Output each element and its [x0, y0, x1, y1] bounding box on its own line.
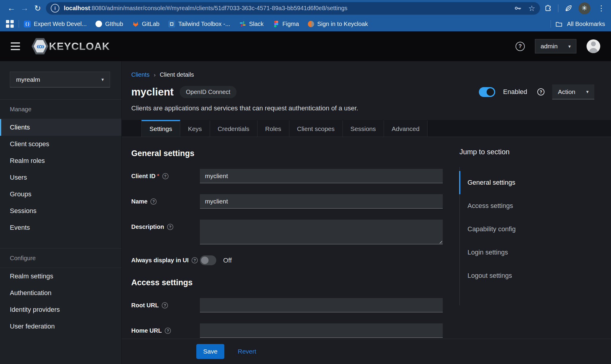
browser-toolbar: ← → ↻ i localhost:8080/admin/master/cons… — [0, 0, 611, 16]
jump-item-capability-config[interactable]: Capability config — [459, 218, 591, 241]
description-textarea[interactable] — [200, 220, 443, 244]
description-label: Description ? — [131, 220, 200, 244]
page-header: Clients › Client details myclient OpenID… — [122, 61, 611, 120]
settings-panel: General settings Client ID * ? Name ? — [122, 137, 611, 364]
back-icon[interactable]: ← — [5, 2, 18, 15]
tab-client-scopes[interactable]: Client scopes — [289, 120, 343, 137]
sidebar-section-label: Configure — [0, 248, 121, 268]
bookmark-sign-in-to-keycloak[interactable]: Sign in to Keycloak — [308, 21, 368, 27]
sidebar-item-realm-roles[interactable]: Realm roles — [0, 152, 121, 169]
root-url-help-icon[interactable]: ? — [162, 302, 168, 309]
jump-item-logout-settings[interactable]: Logout settings — [459, 264, 591, 287]
keycloak-logo-icon: «» — [32, 38, 48, 55]
bookmark-figma[interactable]: Figma — [273, 21, 299, 27]
tab-keys[interactable]: Keys — [180, 120, 210, 137]
keycloak-brand[interactable]: «» KEYCLOAK — [32, 38, 110, 55]
site-info-icon[interactable]: i — [51, 4, 59, 13]
sidebar: myrealm ▾ ManageClientsClient scopesReal… — [0, 61, 122, 364]
sidebar-section-label: Manage — [0, 99, 121, 119]
hamburger-menu-icon[interactable] — [11, 40, 24, 52]
revert-link[interactable]: Revert — [238, 348, 256, 355]
help-icon[interactable]: ? — [516, 42, 525, 51]
tab-sessions[interactable]: Sessions — [343, 120, 384, 137]
chevron-down-icon: ▾ — [568, 44, 571, 49]
bookmark-label: Figma — [283, 21, 299, 27]
main-content: Clients › Client details myclient OpenID… — [122, 61, 611, 364]
bookmark-slack[interactable]: Slack — [239, 21, 264, 27]
name-input[interactable] — [200, 194, 443, 209]
always-display-toggle[interactable] — [200, 255, 216, 265]
masthead: «» KEYCLOAK ? admin ▾ — [0, 31, 611, 61]
tab-advanced[interactable]: Advanced — [384, 120, 428, 137]
battery-saver-leaf-icon[interactable] — [564, 4, 573, 12]
gitlab-icon — [132, 21, 139, 27]
tab-roles[interactable]: Roles — [257, 120, 289, 137]
description-row: Description ? — [131, 220, 443, 244]
bookmark-github[interactable]: GIthub — [95, 21, 123, 27]
home-url-input[interactable] — [200, 323, 443, 338]
reload-icon[interactable]: ↻ — [31, 2, 44, 15]
bookmark-label: GitLab — [142, 21, 160, 27]
jump-item-access-settings[interactable]: Access settings — [459, 194, 591, 218]
bookmark-gitlab[interactable]: GitLab — [132, 21, 160, 27]
sidebar-item-authentication[interactable]: Authentication — [0, 285, 121, 301]
description-help-icon[interactable]: ? — [167, 224, 173, 230]
tab-credentials[interactable]: Credentials — [210, 120, 257, 137]
always-display-help-icon[interactable]: ? — [192, 257, 198, 263]
bookmark-star-icon[interactable]: ☆ — [528, 4, 535, 12]
breadcrumb: Clients › Client details — [131, 71, 594, 78]
sidebar-item-client-scopes[interactable]: Client scopes — [0, 136, 121, 152]
sidebar-item-groups[interactable]: Groups — [0, 186, 121, 203]
action-dropdown[interactable]: Action ▾ — [552, 84, 594, 99]
sidebar-item-user-federation[interactable]: User federation — [0, 318, 121, 335]
bookmark-label: GIthub — [105, 21, 123, 27]
forward-icon[interactable]: → — [18, 2, 31, 15]
sidebar-item-realm-settings[interactable]: Realm settings — [0, 268, 121, 285]
breadcrumb-separator-icon: › — [154, 72, 155, 78]
breadcrumb-link-clients[interactable]: Clients — [131, 71, 149, 78]
sidebar-item-identity-providers[interactable]: Identity providers — [0, 301, 121, 318]
browser-profile-avatar[interactable]: ✳ — [578, 2, 590, 14]
sidebar-item-clients[interactable]: Clients — [0, 119, 121, 136]
root-url-input[interactable] — [200, 298, 443, 312]
sidebar-item-sessions[interactable]: Sessions — [0, 203, 121, 219]
access-settings-heading: Access settings — [131, 278, 443, 287]
realm-selector[interactable]: myrealm ▾ — [10, 72, 110, 87]
user-avatar[interactable] — [587, 39, 600, 53]
name-label: Name ? — [131, 194, 200, 209]
bookmarks-separator — [550, 20, 551, 28]
save-button[interactable]: Save — [196, 344, 224, 359]
sidebar-item-users[interactable]: Users — [0, 169, 121, 186]
realm-selector-label: myrealm — [16, 76, 40, 83]
bookmark-label: Sign in to Keycloak — [317, 21, 368, 27]
always-display-label: Always display in UI ? — [131, 257, 200, 264]
address-bar[interactable]: i localhost:8080/admin/master/console/#/… — [46, 2, 540, 15]
required-asterisk: * — [157, 173, 159, 179]
all-bookmarks-button[interactable]: All Bookmarks — [550, 20, 605, 28]
name-help-icon[interactable]: ? — [150, 198, 157, 205]
jump-item-general-settings[interactable]: General settings — [459, 171, 591, 194]
keycloak-icon — [308, 21, 314, 27]
enabled-help-icon[interactable]: ? — [537, 88, 544, 95]
protocol-badge: OpenID Connect — [180, 86, 237, 98]
bookmark-expert-web-devel[interactable]: { }Expert Web Devel... — [24, 21, 87, 27]
enabled-toggle[interactable] — [479, 87, 495, 97]
page-title: myclient — [131, 86, 174, 98]
user-dropdown[interactable]: admin ▾ — [535, 39, 576, 53]
sidebar-item-events[interactable]: Events — [0, 219, 121, 236]
all-bookmarks-label: All Bookmarks — [567, 21, 605, 27]
apps-grid-icon[interactable] — [6, 20, 14, 28]
extensions-icon[interactable] — [544, 4, 552, 12]
jump-item-login-settings[interactable]: Login settings — [459, 241, 591, 264]
bookmark-tailwind-toolbox[interactable]: Tailwind Toolbox -... — [168, 21, 230, 27]
enabled-label: Enabled — [503, 88, 527, 96]
browser-menu-icon[interactable]: ⋮ — [596, 4, 606, 13]
password-key-icon[interactable] — [514, 4, 522, 12]
bookmarks-list: { }Expert Web Devel...GIthubGitLabTailwi… — [24, 21, 377, 27]
page-subtitle: Clients are applications and services th… — [131, 104, 594, 112]
home-url-help-icon[interactable]: ? — [165, 328, 171, 334]
client-id-help-icon[interactable]: ? — [162, 173, 169, 179]
github-icon — [95, 21, 102, 27]
client-id-input[interactable] — [200, 169, 443, 183]
tab-settings[interactable]: Settings — [141, 120, 180, 137]
